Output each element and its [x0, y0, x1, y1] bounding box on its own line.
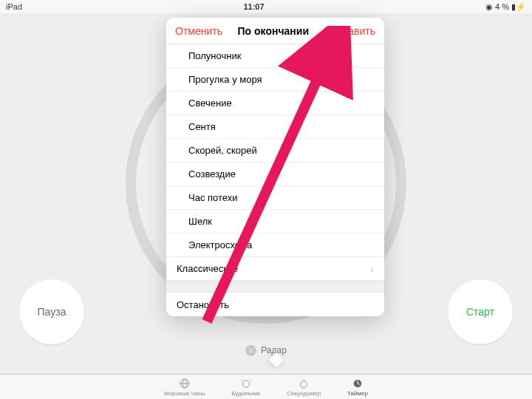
sound-option[interactable]: Электросхема — [166, 233, 384, 257]
status-bar: iPad 11:07 ◉ 4 % ▮⚡ — [0, 0, 532, 13]
sound-option[interactable]: Шелк — [166, 210, 384, 233]
globe-icon — [179, 378, 191, 389]
tab-world-clock[interactable]: Мировые часы — [164, 378, 205, 397]
popover-title: По окончании — [238, 25, 309, 37]
sound-option[interactable]: Сентя — [166, 115, 384, 139]
timer-icon — [352, 378, 364, 389]
cancel-button[interactable]: Отменить — [175, 25, 222, 37]
sound-picker-popover: Отменить По окончании Выставить Полуночн… — [166, 18, 384, 316]
sound-option[interactable]: Час потехи — [166, 186, 384, 210]
list-separator — [166, 281, 384, 293]
sound-option[interactable]: Полуночник — [166, 44, 384, 68]
stop-playing-row[interactable]: Остановить — [166, 293, 384, 316]
svg-point-3 — [242, 381, 249, 387]
music-note-icon: ♪ — [245, 345, 256, 356]
status-battery: ◉ 4 % ▮⚡ — [485, 2, 526, 12]
tab-bar: Мировые часы Будильник Секундомер Таймер — [0, 374, 532, 399]
tab-alarm[interactable]: Будильник — [231, 378, 260, 397]
svg-line-4 — [241, 379, 242, 381]
alarm-icon — [240, 378, 252, 389]
svg-line-5 — [249, 379, 250, 381]
svg-point-6 — [301, 381, 307, 387]
sound-option[interactable]: Прогулка у моря — [166, 68, 384, 92]
start-button[interactable]: Старт — [448, 279, 513, 344]
sound-option[interactable]: Скорей, скорей — [166, 139, 384, 163]
tab-timer[interactable]: Таймер — [347, 378, 368, 397]
pause-button[interactable]: Пауза — [19, 279, 84, 344]
chevron-right-icon: › — [370, 263, 374, 275]
popover-header: Отменить По окончании Выставить — [166, 18, 384, 44]
sound-selector[interactable]: ♪ Радар — [140, 338, 392, 363]
stopwatch-icon — [298, 378, 310, 389]
sound-option[interactable]: Созвездие — [166, 163, 384, 186]
tab-stopwatch[interactable]: Секундомер — [287, 378, 321, 397]
classic-sounds-row[interactable]: Классические › — [166, 257, 384, 281]
status-time: 11:07 — [243, 2, 264, 11]
status-device: iPad — [6, 2, 22, 11]
sound-option[interactable]: Свечение — [166, 92, 384, 115]
sound-list[interactable]: ПолуночникПрогулка у моряСвечениеСентяСк… — [166, 44, 384, 316]
set-button[interactable]: Выставить — [324, 25, 375, 37]
